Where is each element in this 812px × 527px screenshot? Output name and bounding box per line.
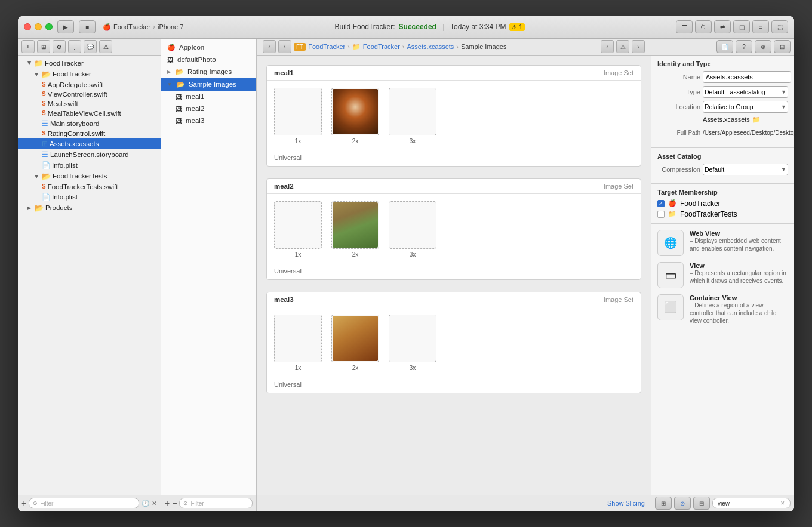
back-button[interactable]: ‹ (263, 40, 276, 53)
inspector-circle-button[interactable]: ⊙ (674, 497, 691, 510)
minimize-button[interactable] (35, 23, 42, 30)
clock-icon[interactable]: 🕐 (142, 500, 150, 507)
sidebar-item-viewcontroller[interactable]: S ViewController.swift (18, 90, 161, 99)
file-list-item-meal2[interactable]: 🖼 meal2 (161, 103, 256, 115)
asset-header-meal2: meal2 Image Set (267, 179, 641, 194)
identity-inspector-tab[interactable]: ⊟ (774, 40, 791, 53)
swift-icon: S (42, 81, 46, 88)
sidebar-item-mealtableviewcell[interactable]: S MealTableViewCell.swift (18, 109, 161, 118)
location-select[interactable]: Relative to Group ▼ (703, 101, 788, 113)
forward-button[interactable]: › (278, 40, 291, 53)
fullscreen-button[interactable] (45, 23, 53, 30)
add-asset-button[interactable]: + (165, 498, 170, 508)
file-list-item-defaultphoto[interactable]: 🖼 defaultPhoto (161, 54, 256, 66)
slot-box-1x-meal3[interactable] (274, 315, 322, 362)
location-label: Location (657, 103, 700, 110)
library-item-view[interactable]: ▭ View – Represents a rectangular region… (657, 262, 788, 288)
compression-select[interactable]: Default ▼ (703, 164, 788, 175)
inspector-new-button[interactable]: ⊞ (655, 497, 672, 510)
file-list-item-sample-images[interactable]: ▼ 📂 Sample Images (161, 78, 256, 91)
fullpath-label: Full Path (657, 130, 700, 136)
image-slot-1x-meal3[interactable]: 1x (274, 315, 322, 371)
library-item-webview[interactable]: 🌐 Web View – Displays embedded web conte… (657, 230, 788, 256)
name-row: Name (657, 71, 788, 83)
image-slot-3x-meal2[interactable]: 3x (389, 201, 436, 258)
image-slot-2x-meal1[interactable]: 2x (331, 88, 379, 144)
close-button[interactable] (24, 23, 31, 30)
clear-icon[interactable]: ✕ (152, 500, 157, 507)
image-slot-1x-meal1[interactable]: 1x (274, 88, 322, 144)
sidebar-item-assets-xcassets[interactable]: ⊞ Assets.xcassets (18, 138, 161, 149)
slot-box-2x-meal3[interactable] (331, 315, 379, 362)
timer-icon[interactable]: ⏱ (695, 20, 712, 33)
clear-filter-icon[interactable]: ✕ (780, 500, 785, 506)
sidebar-grid-button[interactable]: ⊞ (37, 40, 50, 53)
name-input[interactable] (703, 71, 791, 83)
breadcrumb-foodtracker[interactable]: FoodTracker (308, 43, 345, 50)
sidebar-filter-button[interactable]: ⊘ (53, 40, 66, 53)
sidebar-item-main-storyboard[interactable]: ☰ Main.storyboard (18, 118, 161, 129)
sidebar-item-foodtrackertests-swift[interactable]: S FoodTrackerTests.swift (18, 182, 161, 192)
slot-box-3x-meal3[interactable] (389, 315, 436, 362)
assistant-editor-button[interactable]: ⇄ (714, 20, 731, 33)
image-slot-3x-meal3[interactable]: 3x (389, 315, 436, 371)
image-slot-3x-meal1[interactable]: 3x (389, 88, 436, 144)
show-slicing-button[interactable]: Show Slicing (607, 500, 645, 507)
image-slot-2x-meal2[interactable]: 2x (331, 201, 379, 258)
sidebar-item-info-plist-tests[interactable]: 📄 Info.plist (18, 192, 161, 202)
breadcrumb-next[interactable]: › (632, 40, 645, 53)
accessibility-inspector-tab[interactable]: ⊕ (755, 40, 771, 53)
image-slot-2x-meal3[interactable]: 2x (331, 315, 379, 371)
sidebar-item-appdelegate[interactable]: S AppDelegate.swift (18, 80, 161, 90)
image-slot-1x-meal2[interactable]: 1x (274, 201, 322, 258)
library-item-containerview[interactable]: ⬜ Container View – Defines a region of a… (657, 294, 788, 325)
inspector-toggle[interactable]: ⬚ (771, 20, 788, 33)
breadcrumb-xcassets[interactable]: Assets.xcassets (407, 43, 454, 50)
slot-box-1x-meal2[interactable] (274, 201, 322, 249)
slot-box-2x-meal2[interactable] (331, 201, 379, 249)
file-inspector-tab[interactable]: 📄 (716, 40, 733, 53)
stop-button[interactable]: ■ (79, 20, 96, 33)
sidebar-item-foodtrackertests-group[interactable]: ▶ 📂 FoodTrackerTests (18, 171, 161, 182)
file-list-item-rating-images[interactable]: ▶ 📂 Rating Images (161, 66, 256, 78)
sidebar-item-products[interactable]: ▶ 📂 Products (18, 202, 161, 214)
checkbox-foodtrackertests[interactable] (657, 211, 665, 218)
file-list-item-appicon[interactable]: 🍎 AppIcon (161, 41, 256, 54)
slot-box-3x-meal1[interactable] (389, 88, 436, 135)
sidebar-item-meal-swift[interactable]: S Meal.swift (18, 99, 161, 109)
debug-toggle[interactable]: ≡ (752, 20, 769, 33)
inspector-grid-button[interactable]: ⊟ (693, 497, 710, 510)
editor-standard-button[interactable]: ☰ (676, 20, 693, 33)
sidebar-warnings-button[interactable]: ⚠ (99, 40, 112, 53)
sidebar-item-info-plist[interactable]: 📄 Info.plist (18, 160, 161, 171)
sidebar-toolbar: + ⊞ ⊘ ⋮ 💬 ⚠ (18, 39, 161, 56)
compression-value: Default (705, 166, 724, 173)
navigator-toggle[interactable]: ◫ (733, 20, 750, 33)
sidebar-item-foodtracker-project[interactable]: ▶ 📁 FoodTracker (18, 58, 161, 69)
help-inspector-tab[interactable]: ? (736, 40, 752, 53)
checkbox-foodtracker[interactable]: ✓ (657, 200, 665, 207)
folder-browse-icon[interactable]: 📁 (752, 116, 761, 124)
file-list-item-meal1[interactable]: 🖼 meal1 (161, 91, 256, 103)
slot-box-1x-meal1[interactable] (274, 88, 322, 135)
slot-box-3x-meal2[interactable] (389, 201, 436, 249)
scheme-label: FoodTracker (113, 23, 150, 30)
sidebar-comments-button[interactable]: 💬 (84, 40, 97, 53)
warning-badge[interactable]: ⚠ 1 (509, 23, 524, 31)
breadcrumb-folder-icon: 📁 (352, 43, 361, 51)
sidebar-item-launchscreen[interactable]: ☰ LaunchScreen.storyboard (18, 149, 161, 160)
remove-asset-button[interactable]: − (172, 498, 177, 508)
sidebar-hierarchy-button[interactable]: ⋮ (68, 40, 81, 53)
run-button[interactable]: ▶ (57, 20, 74, 33)
breadcrumb-foodtracker2[interactable]: FoodTracker (363, 43, 400, 50)
breadcrumb-warning[interactable]: ⚠ (616, 40, 629, 53)
add-file-button[interactable]: + (21, 498, 26, 508)
scale-3x-meal3: 3x (410, 365, 416, 371)
type-select[interactable]: Default - assetcatalog ▼ (703, 86, 788, 98)
sidebar-item-foodtracker-group[interactable]: ▶ 📂 FoodTracker (18, 69, 161, 80)
sidebar-add-button[interactable]: + (21, 40, 35, 53)
file-list-item-meal3[interactable]: 🖼 meal3 (161, 115, 256, 127)
slot-box-2x-meal1[interactable] (331, 88, 379, 135)
breadcrumb-prev[interactable]: ‹ (601, 40, 614, 53)
sidebar-item-ratingcontrol[interactable]: S RatingControl.swift (18, 129, 161, 138)
